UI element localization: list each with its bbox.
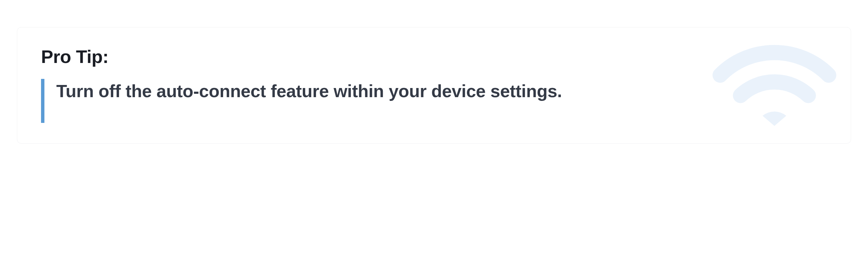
accent-bar [41, 79, 44, 123]
pro-tip-card: Pro Tip: Turn off the auto-connect featu… [17, 27, 851, 144]
tip-text: Turn off the auto-connect feature within… [56, 79, 562, 123]
tip-body: Turn off the auto-connect feature within… [41, 79, 827, 123]
tip-title: Pro Tip: [41, 46, 827, 67]
